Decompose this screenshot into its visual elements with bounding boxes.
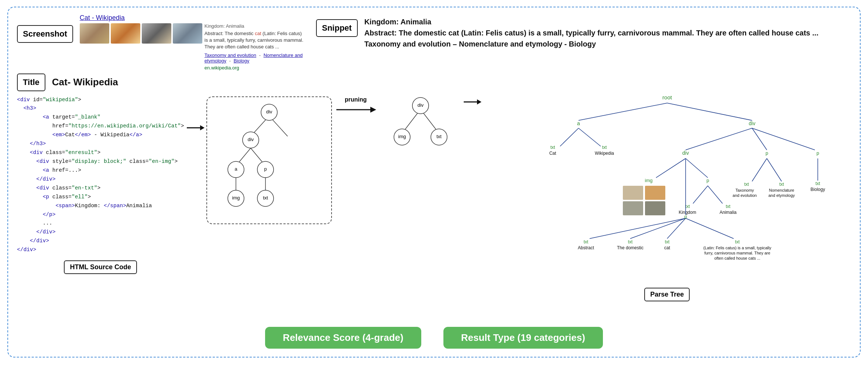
svg-line-46 xyxy=(656,158,686,178)
svg-line-62 xyxy=(767,158,782,181)
svg-text:Taxonomy: Taxonomy xyxy=(735,188,754,192)
svg-text:(Latin: Felis catus) is a smal: (Latin: Felis catus) is a small, typical… xyxy=(703,246,771,250)
left-top-section: Screenshot Cat - Wikipedia King xyxy=(17,14,305,91)
title-label: Title xyxy=(17,73,45,91)
svg-text:div: div xyxy=(417,102,423,108)
svg-text:a: a xyxy=(577,120,580,126)
pruning-arrow-icon xyxy=(336,104,376,116)
svg-text:a: a xyxy=(234,166,237,172)
svg-text:txt: txt xyxy=(628,239,632,244)
search-abstract: Abstract: The domestic cat (Latin: Felis… xyxy=(205,30,305,51)
svg-text:txt: txt xyxy=(665,239,669,244)
svg-line-36 xyxy=(579,128,601,146)
svg-line-35 xyxy=(560,128,579,146)
svg-line-47 xyxy=(686,158,708,178)
cat-image-1 xyxy=(80,23,109,44)
arrow-to-parse-tree xyxy=(461,96,483,107)
svg-text:txt: txt xyxy=(602,145,607,150)
parse-tree-label: Parse Tree xyxy=(644,288,690,301)
snippet-label: Snippet xyxy=(316,19,358,37)
svg-text:txt: txt xyxy=(583,239,588,244)
search-url: en.wikipedia.org xyxy=(205,65,305,71)
svg-rect-52 xyxy=(645,201,665,215)
svg-text:img: img xyxy=(232,195,240,201)
svg-text:txt: txt xyxy=(735,239,740,244)
svg-rect-51 xyxy=(623,201,643,215)
svg-line-76 xyxy=(686,218,734,239)
pruned-tree-svg: div img txt xyxy=(382,96,459,170)
svg-text:Biology: Biology xyxy=(810,187,825,192)
svg-text:p: p xyxy=(684,214,687,219)
svg-text:txt: txt xyxy=(779,182,784,187)
svg-text:img: img xyxy=(645,178,652,183)
svg-text:p: p xyxy=(706,178,709,183)
svg-text:txt: txt xyxy=(550,145,555,150)
cat-image-2 xyxy=(111,23,140,44)
relevance-score-badge: Relevance Score (4-grade) xyxy=(265,327,421,349)
svg-text:Abstract: Abstract xyxy=(578,245,594,250)
svg-text:p: p xyxy=(765,150,768,156)
search-images xyxy=(80,23,202,44)
svg-rect-49 xyxy=(623,186,643,200)
svg-line-32 xyxy=(579,103,667,120)
svg-text:p: p xyxy=(264,166,267,172)
cat-image-4 xyxy=(173,23,202,44)
dashed-tree-box: div div a p img txt xyxy=(206,96,332,224)
svg-text:furry, carnivorous mammal. The: furry, carnivorous mammal. They are xyxy=(704,251,770,255)
svg-line-54 xyxy=(693,186,708,203)
search-title-link[interactable]: Cat - Wikipedia xyxy=(80,14,305,22)
svg-text:Animalia: Animalia xyxy=(720,210,737,215)
cat-image-3 xyxy=(142,23,171,44)
svg-text:The domestic: The domestic xyxy=(617,245,644,250)
svg-line-33 xyxy=(667,103,752,120)
svg-text:txt: txt xyxy=(815,181,820,186)
right-arrow-2-icon xyxy=(463,96,481,107)
title-value: Cat- Wikipedia xyxy=(52,76,118,88)
pruning-label: pruning xyxy=(345,96,367,103)
svg-text:and etymology: and etymology xyxy=(768,193,795,198)
svg-text:div: div xyxy=(266,109,272,114)
svg-text:Kingdom: Kingdom xyxy=(679,210,696,215)
svg-text:often called house cats ...: often called house cats ... xyxy=(714,256,760,260)
html-source-code: <div id="wikipedia"> <h3> <a target="_bl… xyxy=(17,93,184,258)
svg-marker-1 xyxy=(200,125,205,130)
svg-marker-31 xyxy=(477,99,481,105)
main-container: Screenshot Cat - Wikipedia King xyxy=(7,7,861,358)
pruning-section: pruning xyxy=(332,96,380,116)
svg-text:Nomenclature: Nomenclature xyxy=(769,188,794,192)
root-label: root xyxy=(662,94,672,100)
right-top-section: Snippet Kingdom: Animalia Abstract: The … xyxy=(316,14,851,91)
svg-line-42 xyxy=(686,128,752,150)
svg-text:p: p xyxy=(816,150,819,156)
search-kingdom: Kingdom: Animalia xyxy=(205,23,305,29)
svg-line-61 xyxy=(752,158,767,181)
svg-text:div: div xyxy=(247,137,254,142)
svg-marker-21 xyxy=(370,107,376,113)
svg-text:txt: txt xyxy=(263,195,268,201)
snippet-content: Kingdom: Animalia Abstract: The domestic… xyxy=(364,16,851,49)
svg-text:cat: cat xyxy=(664,245,670,250)
top-section: Screenshot Cat - Wikipedia King xyxy=(17,14,851,91)
svg-text:div: div xyxy=(749,120,755,126)
screenshot-label: Screenshot xyxy=(17,25,73,43)
arrow-to-tree xyxy=(184,122,206,133)
pruned-tree-section: div img txt xyxy=(380,96,461,170)
svg-text:txt: txt xyxy=(436,134,442,139)
right-arrow-icon xyxy=(186,122,205,133)
svg-line-44 xyxy=(752,128,815,150)
search-result-card: Cat - Wikipedia Kingdom: Animalia xyxy=(80,14,305,71)
svg-text:Cat: Cat xyxy=(549,151,556,156)
svg-text:txt: txt xyxy=(744,182,749,187)
svg-text:div: div xyxy=(682,150,689,156)
svg-line-43 xyxy=(752,128,767,150)
svg-rect-50 xyxy=(645,186,665,200)
html-source-label: HTML Source Code xyxy=(64,260,137,274)
svg-text:and evolution: and evolution xyxy=(733,193,757,198)
svg-line-55 xyxy=(708,186,723,203)
svg-text:txt: txt xyxy=(725,204,730,209)
parse-tree-section: root a txt Cat txt Wikipedia div xyxy=(483,96,851,301)
svg-text:img: img xyxy=(398,134,406,139)
left-tree-svg: div div a p img txt xyxy=(214,103,325,218)
middle-section: <div id="wikipedia"> <h3> <a target="_bl… xyxy=(17,93,851,321)
bottom-badges-row: Relevance Score (4-grade) Result Type (1… xyxy=(17,321,851,350)
